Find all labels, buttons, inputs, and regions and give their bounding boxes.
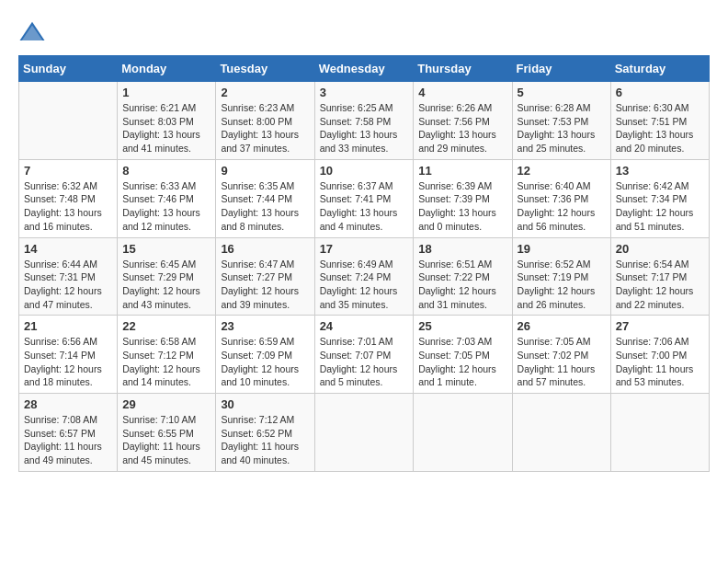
- day-cell: [414, 394, 512, 472]
- day-cell: 11Sunrise: 6:39 AMSunset: 7:39 PMDayligh…: [414, 159, 512, 237]
- day-info: Sunrise: 6:42 AMSunset: 7:34 PMDaylight:…: [616, 179, 704, 234]
- day-info: Sunrise: 6:37 AMSunset: 7:41 PMDaylight:…: [320, 179, 409, 234]
- logo: [18, 18, 50, 46]
- day-cell: 25Sunrise: 7:03 AMSunset: 7:05 PMDayligh…: [414, 316, 512, 394]
- week-row-5: 28Sunrise: 7:08 AMSunset: 6:57 PMDayligh…: [19, 394, 710, 472]
- day-cell: [512, 394, 610, 472]
- logo-icon: [18, 18, 46, 46]
- day-number: 6: [616, 86, 704, 99]
- day-info: Sunrise: 6:58 AMSunset: 7:12 PMDaylight:…: [122, 335, 210, 389]
- day-cell: 21Sunrise: 6:56 AMSunset: 7:14 PMDayligh…: [19, 316, 118, 394]
- day-cell: [19, 82, 118, 160]
- calendar-table: SundayMondayTuesdayWednesdayThursdayFrid…: [18, 55, 710, 472]
- day-cell: [314, 394, 414, 472]
- day-info: Sunrise: 6:25 AMSunset: 7:58 PMDaylight:…: [320, 101, 409, 155]
- day-info: Sunrise: 6:30 AMSunset: 7:51 PMDaylight:…: [616, 101, 704, 155]
- day-number: 7: [24, 164, 112, 178]
- day-cell: 20Sunrise: 6:54 AMSunset: 7:17 PMDayligh…: [610, 237, 709, 316]
- day-cell: 30Sunrise: 7:12 AMSunset: 6:52 PMDayligh…: [216, 394, 314, 472]
- day-number: 12: [518, 164, 606, 178]
- day-cell: 3Sunrise: 6:25 AMSunset: 7:58 PMDaylight…: [314, 82, 414, 160]
- day-info: Sunrise: 7:05 AMSunset: 7:02 PMDaylight:…: [518, 335, 606, 389]
- header-cell-wednesday: Wednesday: [314, 56, 414, 82]
- day-cell: 7Sunrise: 6:32 AMSunset: 7:48 PMDaylight…: [19, 159, 118, 237]
- day-info: Sunrise: 6:28 AMSunset: 7:53 PMDaylight:…: [518, 101, 606, 155]
- day-info: Sunrise: 6:26 AMSunset: 7:56 PMDaylight:…: [418, 101, 506, 155]
- day-info: Sunrise: 6:39 AMSunset: 7:39 PMDaylight:…: [418, 179, 506, 234]
- day-number: 13: [616, 164, 704, 178]
- day-cell: 19Sunrise: 6:52 AMSunset: 7:19 PMDayligh…: [512, 237, 610, 316]
- day-info: Sunrise: 6:35 AMSunset: 7:44 PMDaylight:…: [221, 179, 309, 234]
- day-number: 2: [221, 86, 309, 99]
- day-cell: 15Sunrise: 6:45 AMSunset: 7:29 PMDayligh…: [118, 237, 216, 316]
- day-number: 22: [122, 319, 210, 333]
- week-row-3: 14Sunrise: 6:44 AMSunset: 7:31 PMDayligh…: [19, 237, 710, 316]
- day-cell: [610, 394, 709, 472]
- day-number: 17: [320, 242, 409, 256]
- day-number: 25: [418, 319, 506, 333]
- day-info: Sunrise: 6:40 AMSunset: 7:36 PMDaylight:…: [518, 179, 606, 234]
- day-number: 18: [418, 242, 506, 256]
- day-info: Sunrise: 6:45 AMSunset: 7:29 PMDaylight:…: [122, 258, 210, 312]
- day-cell: 23Sunrise: 6:59 AMSunset: 7:09 PMDayligh…: [216, 316, 314, 394]
- week-row-4: 21Sunrise: 6:56 AMSunset: 7:14 PMDayligh…: [19, 316, 710, 394]
- day-number: 24: [320, 319, 409, 333]
- day-info: Sunrise: 6:21 AMSunset: 8:03 PMDaylight:…: [122, 101, 210, 155]
- day-info: Sunrise: 7:10 AMSunset: 6:55 PMDaylight:…: [122, 413, 210, 467]
- day-cell: 22Sunrise: 6:58 AMSunset: 7:12 PMDayligh…: [118, 316, 216, 394]
- day-number: 10: [320, 164, 409, 178]
- day-number: 15: [122, 242, 210, 256]
- day-info: Sunrise: 7:03 AMSunset: 7:05 PMDaylight:…: [418, 335, 506, 389]
- day-cell: 5Sunrise: 6:28 AMSunset: 7:53 PMDaylight…: [512, 82, 610, 160]
- day-cell: 6Sunrise: 6:30 AMSunset: 7:51 PMDaylight…: [610, 82, 709, 160]
- day-info: Sunrise: 6:44 AMSunset: 7:31 PMDaylight:…: [24, 258, 112, 312]
- page-header: [18, 18, 710, 46]
- day-number: 1: [122, 86, 210, 99]
- day-number: 27: [616, 319, 704, 333]
- day-number: 23: [221, 319, 309, 333]
- day-number: 20: [616, 242, 704, 256]
- day-info: Sunrise: 6:52 AMSunset: 7:19 PMDaylight:…: [518, 258, 606, 312]
- day-info: Sunrise: 6:54 AMSunset: 7:17 PMDaylight:…: [616, 258, 704, 312]
- header-cell-friday: Friday: [512, 56, 610, 82]
- day-number: 19: [518, 242, 606, 256]
- day-info: Sunrise: 6:56 AMSunset: 7:14 PMDaylight:…: [24, 335, 112, 389]
- day-info: Sunrise: 7:01 AMSunset: 7:07 PMDaylight:…: [320, 335, 409, 389]
- day-cell: 18Sunrise: 6:51 AMSunset: 7:22 PMDayligh…: [414, 237, 512, 316]
- day-cell: 12Sunrise: 6:40 AMSunset: 7:36 PMDayligh…: [512, 159, 610, 237]
- day-cell: 10Sunrise: 6:37 AMSunset: 7:41 PMDayligh…: [314, 159, 414, 237]
- day-number: 29: [122, 397, 210, 411]
- day-info: Sunrise: 7:08 AMSunset: 6:57 PMDaylight:…: [24, 413, 112, 467]
- day-number: 8: [122, 164, 210, 178]
- day-number: 16: [221, 242, 309, 256]
- day-number: 11: [418, 164, 506, 178]
- day-cell: 28Sunrise: 7:08 AMSunset: 6:57 PMDayligh…: [19, 394, 118, 472]
- day-number: 9: [221, 164, 309, 178]
- day-cell: 14Sunrise: 6:44 AMSunset: 7:31 PMDayligh…: [19, 237, 118, 316]
- day-number: 5: [518, 86, 606, 99]
- day-cell: 27Sunrise: 7:06 AMSunset: 7:00 PMDayligh…: [610, 316, 709, 394]
- header-cell-saturday: Saturday: [610, 56, 709, 82]
- calendar-header: SundayMondayTuesdayWednesdayThursdayFrid…: [19, 56, 710, 82]
- day-number: 3: [320, 86, 409, 99]
- calendar-body: 1Sunrise: 6:21 AMSunset: 8:03 PMDaylight…: [19, 82, 710, 472]
- day-number: 4: [418, 86, 506, 99]
- day-info: Sunrise: 6:23 AMSunset: 8:00 PMDaylight:…: [221, 101, 309, 155]
- day-cell: 1Sunrise: 6:21 AMSunset: 8:03 PMDaylight…: [118, 82, 216, 160]
- week-row-2: 7Sunrise: 6:32 AMSunset: 7:48 PMDaylight…: [19, 159, 710, 237]
- day-info: Sunrise: 6:49 AMSunset: 7:24 PMDaylight:…: [320, 258, 409, 312]
- day-cell: 2Sunrise: 6:23 AMSunset: 8:00 PMDaylight…: [216, 82, 314, 160]
- day-number: 28: [24, 397, 112, 411]
- day-info: Sunrise: 6:47 AMSunset: 7:27 PMDaylight:…: [221, 258, 309, 312]
- header-cell-thursday: Thursday: [414, 56, 512, 82]
- day-info: Sunrise: 6:59 AMSunset: 7:09 PMDaylight:…: [221, 335, 309, 389]
- day-number: 26: [518, 319, 606, 333]
- day-number: 21: [24, 319, 112, 333]
- day-number: 30: [221, 397, 309, 411]
- header-cell-tuesday: Tuesday: [216, 56, 314, 82]
- day-cell: 4Sunrise: 6:26 AMSunset: 7:56 PMDaylight…: [414, 82, 512, 160]
- header-cell-monday: Monday: [118, 56, 216, 82]
- day-cell: 13Sunrise: 6:42 AMSunset: 7:34 PMDayligh…: [610, 159, 709, 237]
- day-info: Sunrise: 6:32 AMSunset: 7:48 PMDaylight:…: [24, 179, 112, 234]
- day-info: Sunrise: 7:06 AMSunset: 7:00 PMDaylight:…: [616, 335, 704, 389]
